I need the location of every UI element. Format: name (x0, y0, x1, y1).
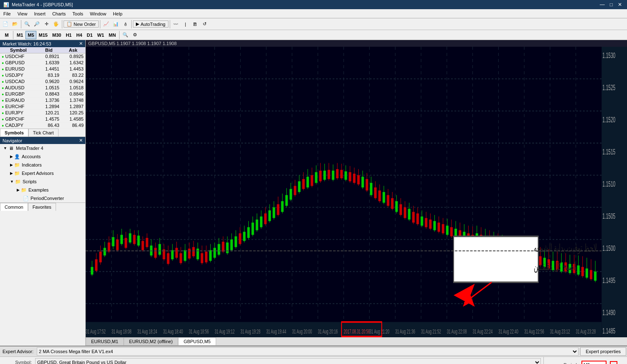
navigator-close-icon[interactable]: ✕ (79, 138, 83, 143)
bar-chart-button[interactable]: 📊 (111, 20, 120, 29)
zoom-in-button[interactable]: 🔍 (23, 20, 32, 29)
search-icon[interactable]: 🔍 (121, 30, 130, 40)
tf-btn-m1[interactable]: M1 (15, 31, 25, 39)
nav-indicators[interactable]: ▶ 📁 Indicators (0, 161, 85, 169)
svg-rect-182 (344, 172, 347, 180)
template-button[interactable]: 🖹 (191, 20, 200, 29)
menu-tools[interactable]: Tools (69, 10, 87, 17)
tf-btn-m30[interactable]: M30 (50, 31, 63, 39)
mw-ask: 1.2897 (61, 104, 85, 110)
tf-btn-w1[interactable]: W1 (95, 31, 107, 39)
mw-symbol: ● EURAUD (0, 97, 37, 104)
period-sep-button[interactable]: | (181, 20, 190, 29)
chart-tab-eurusd-m2[interactable]: EURUSD,M2 (offline) (124, 337, 178, 345)
market-watch-close-icon[interactable]: ✕ (79, 41, 83, 46)
menu-file[interactable]: File (0, 10, 14, 17)
chart-canvas[interactable]: 1.1530 1.1525 1.1520 1.1515 1.1510 1.150… (86, 47, 627, 337)
scripts-expand-icon[interactable]: ▼ (10, 179, 14, 184)
market-watch-row[interactable]: ● GBPCHF 1.4575 1.4585 (0, 116, 85, 122)
menu-insert[interactable]: Insert (31, 10, 49, 17)
accounts-expand-icon[interactable]: ▶ (10, 154, 13, 159)
market-watch-row[interactable]: ● AUDUSD 1.0515 1.0518 (0, 85, 85, 91)
ea-label: Expert Advisor: (1, 349, 35, 354)
nav-tab-favorites[interactable]: Favorites (28, 203, 56, 211)
chart-tab-eurusd-m1[interactable]: EURUSD,M1 (86, 337, 124, 345)
svg-rect-180 (340, 170, 343, 178)
svg-rect-228 (442, 224, 444, 233)
refresh-button[interactable]: ↺ (200, 20, 209, 29)
nav-tab-common[interactable]: Common (0, 203, 28, 211)
hand-button[interactable]: 🖐 (51, 20, 61, 29)
symbol-dropdown[interactable]: GBPUSD, Great Britain Pound vs US Dollar (35, 358, 541, 364)
tf-btn-h4[interactable]: H4 (74, 31, 84, 39)
market-watch-row[interactable]: ● GBPUSD 1.6339 1.6342 (0, 60, 85, 66)
menu-help[interactable]: Help (110, 10, 126, 17)
market-watch-row[interactable]: ● EURUSD 1.4451 1.4453 (0, 66, 85, 72)
minimize-button[interactable]: — (598, 2, 607, 8)
svg-rect-294 (581, 267, 584, 276)
indicators-expand-icon[interactable]: ▶ (10, 163, 13, 167)
bp-left: Symbol: GBPUSD, Great Britain Pound vs U… (0, 357, 543, 364)
svg-rect-198 (378, 190, 381, 201)
chart-tab-gbpusd-m5[interactable]: GBPUSD,M5 (178, 337, 216, 345)
tab-tick-chart[interactable]: Tick Chart (28, 129, 59, 136)
market-watch-row[interactable]: ● EURAUD 1.3736 1.3748 (0, 97, 85, 104)
market-watch-row[interactable]: ● EURJPY 120.21 120.25 (0, 110, 85, 116)
new-chart-button[interactable]: 📄 (1, 20, 10, 29)
market-watch-header: Market Watch: 16:24:53 ✕ (0, 40, 85, 47)
menu-view[interactable]: View (14, 10, 31, 17)
nav-expert-advisors[interactable]: ▶ 📁 Expert Advisors (0, 169, 85, 177)
market-watch-row[interactable]: ● EURCHF 1.2894 1.2897 (0, 104, 85, 110)
mw-ask: 0.8846 (61, 91, 85, 97)
menu-charts[interactable]: Charts (49, 10, 69, 17)
tf-btn-h1[interactable]: H1 (64, 31, 74, 39)
tf-btn-m[interactable]: M (2, 31, 12, 39)
market-watch-row[interactable]: ● USDJPY 83.19 83.22 (0, 72, 85, 78)
mw-symbol: ● USDCHF (0, 53, 37, 60)
market-watch-row[interactable]: ● USDCAD 0.9620 0.9624 (0, 78, 85, 85)
market-watch-row[interactable]: ● EURGBP 0.8843 0.8846 (0, 91, 85, 97)
expert-props-button[interactable]: Expert properties (580, 347, 626, 356)
svg-rect-86 (142, 241, 144, 250)
maximize-button[interactable]: □ (608, 2, 614, 8)
tf-btn-mn[interactable]: MN (107, 31, 118, 39)
mw-ask: 1.0518 (61, 85, 85, 91)
tab-symbols[interactable]: Symbols (0, 129, 28, 136)
indicators-button[interactable]: 〰 (171, 20, 181, 29)
mw-ask: 1.3748 (61, 97, 85, 104)
open-button[interactable]: 📂 (10, 20, 20, 29)
expand-icon[interactable]: ▼ (3, 146, 7, 150)
chart-line-button[interactable]: 📈 (102, 20, 111, 29)
tf-btn-m5[interactable]: M5 (25, 31, 36, 39)
nav-metatrader4[interactable]: ▼ 🖥 MetaTrader 4 (0, 144, 85, 152)
svg-rect-114 (201, 253, 203, 263)
new-order-button[interactable]: 📋 New Order (64, 20, 99, 28)
market-watch-row[interactable]: ● CADJPY 86.43 86.49 (0, 122, 85, 129)
menu-window[interactable]: Window (87, 10, 110, 17)
tf-btn-m15[interactable]: M15 (37, 31, 50, 39)
autotrading-label: AutoTrading (140, 22, 166, 27)
ea-dropdown[interactable]: 2 MA Crosses Mega filter EA V1.ex4 (37, 347, 579, 356)
nav-accounts[interactable]: ▶ 👤 Accounts (0, 152, 85, 161)
settings-icon[interactable]: ⚙ (130, 30, 140, 40)
period-input[interactable] (581, 361, 607, 364)
svg-text:31 Aug 20:16: 31 Aug 20:16 (318, 328, 338, 335)
mw-bid: 0.8843 (37, 91, 61, 97)
svg-text:1.1515: 1.1515 (602, 148, 615, 156)
examples-expand-icon[interactable]: ▶ (17, 188, 20, 192)
autotrading-button[interactable]: ▶ AutoTrading (133, 20, 168, 28)
candle-button[interactable]: 🕯 (121, 20, 130, 29)
zoom-out-button[interactable]: 🔎 (32, 20, 41, 29)
nav-scripts[interactable]: ▼ 📁 Scripts (0, 177, 85, 186)
svg-rect-166 (311, 175, 313, 186)
tf-btn-d1[interactable]: D1 (85, 31, 95, 39)
crosshair-button[interactable]: ✛ (42, 20, 51, 29)
nav-examples[interactable]: ▶ 📁 Examples (0, 186, 85, 194)
nav-period-converter-label: PeriodConverter (31, 196, 64, 201)
period-dropdown-button[interactable]: ▼ (610, 361, 617, 364)
ea-expand-icon[interactable]: ▶ (10, 171, 13, 175)
close-button[interactable]: ✕ (616, 2, 624, 8)
svg-text:1.1505: 1.1505 (602, 212, 615, 220)
market-watch-row[interactable]: ● USDCHF 0.8921 0.8925 (0, 53, 85, 60)
nav-period-converter[interactable]: 📄 PeriodConverter (0, 194, 85, 202)
